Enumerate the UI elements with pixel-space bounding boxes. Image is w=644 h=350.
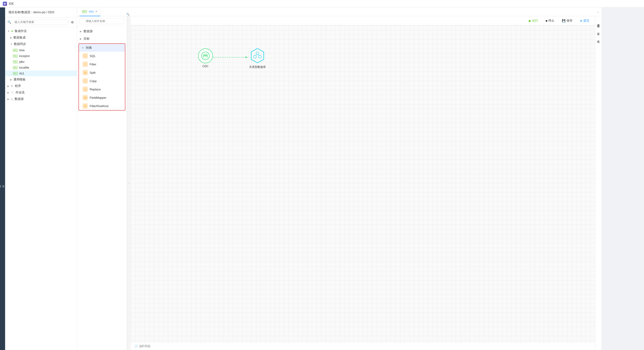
svg-text:C: C [84, 80, 86, 82]
transform-section: 转换 S SQL [78, 43, 125, 111]
component-filter[interactable]: F Filter [79, 60, 125, 68]
copy-icon: C [83, 78, 88, 83]
save-icon: 💾 [562, 19, 566, 22]
arrow-icon [8, 98, 9, 100]
component-list: 数据源 目标 转换 [77, 26, 127, 350]
component-label: FilterRowKind [90, 104, 108, 108]
run-button[interactable]: ▶ 运行 [527, 18, 540, 24]
tree-label: 数据源 [15, 97, 24, 101]
tree-item-datasource[interactable]: ◎ 数据源 [5, 96, 77, 102]
component-sql[interactable]: S SQL [79, 52, 125, 60]
category-transform[interactable]: 转换 [79, 44, 125, 52]
canvas-toolbar: ▶ 运行 ■ 停止 💾 保存 ➤ 提交 [131, 16, 595, 25]
tree-item-general-template[interactable]: 通用模板 [5, 76, 77, 83]
search-input[interactable] [12, 19, 68, 25]
main-area: Rts rts1 ✕ ⌄ 🔍 数据源 [77, 7, 602, 350]
tree-label: 通用模板 [14, 77, 26, 82]
tree-item-rts1[interactable]: Rts rts1 [5, 70, 77, 76]
arrow-icon [82, 47, 84, 49]
left-panel: 项目名称/数据层：demo-prj / ODS 🔍 ⊕ ❖ 集成作业 数据集成 … [5, 7, 77, 350]
component-label: Copy [90, 79, 96, 83]
component-replace[interactable]: R Replace [79, 85, 125, 93]
svg-text:S: S [85, 55, 86, 57]
tree-container: ❖ 集成作业 数据集成 数据同步 Rts hive Rts inceptor [5, 27, 77, 350]
category-label: 目标 [84, 37, 90, 41]
component-split[interactable]: Sp Split [79, 68, 125, 77]
tree-item-integration-jobs[interactable]: ❖ 集成作业 [5, 28, 77, 34]
svg-text:Sp: Sp [84, 72, 86, 74]
tree-item-workflow[interactable]: ⌥ 作业流 [5, 89, 77, 96]
svg-point-24 [256, 52, 259, 55]
tree-label: 数据集成 [14, 35, 26, 40]
rts-badge: Rts [13, 55, 18, 57]
sidebar-item-draft[interactable]: 草稿 [596, 35, 601, 42]
arrow-icon [8, 30, 10, 32]
transform-items: S SQL F Filter [79, 52, 125, 110]
tree-item-program[interactable]: ⚙ 程序 [5, 83, 77, 89]
log-label: 运行日志 [139, 344, 150, 348]
category-target[interactable]: 目标 [77, 35, 127, 42]
cdc-node[interactable]: CDC CDC [198, 48, 213, 68]
panel-toggle[interactable]: ‹ [127, 16, 131, 350]
submit-button[interactable]: ➤ 提交 [578, 18, 591, 24]
project-header: 项目名称/数据层：demo-prj / ODS [5, 7, 77, 17]
tree-label: 作业流 [16, 90, 24, 95]
cdc-node-circle: CDC [198, 48, 213, 63]
tab-close-button[interactable]: ✕ [95, 10, 98, 13]
svg-text:FK: FK [84, 105, 86, 107]
tree-label: localfile [19, 66, 29, 69]
sql-icon: S [83, 53, 88, 58]
datasource-icon: ◎ [11, 97, 13, 101]
relational-db-node[interactable]: 关系型数据库 [249, 47, 266, 69]
component-search-input[interactable] [80, 18, 124, 24]
tree-label: jdbc [19, 60, 25, 63]
tab-rts1[interactable]: Rts rts1 ✕ [80, 7, 100, 16]
arrow-icon [80, 30, 82, 33]
sidebar-item-config[interactable]: 通用配置 [596, 18, 601, 27]
tree-item-jdbc[interactable]: Rts jdbc [5, 59, 77, 65]
replace-icon: R [83, 87, 88, 92]
sidebar-item-version[interactable]: 版本 [596, 27, 601, 35]
tree-label: inceptor [19, 54, 30, 58]
arrow-icon [10, 78, 12, 81]
rts-badge: Rts [13, 72, 18, 75]
rts-badge: Rts [13, 49, 18, 52]
tree-item-data-sync[interactable]: 数据同步 [5, 41, 77, 47]
search-bar: 🔍 ⊕ [5, 17, 77, 27]
connection-arrow [213, 55, 250, 60]
folder-icon: ❖ [11, 30, 13, 32]
workflow-icon: ⌥ [11, 91, 14, 94]
component-copy[interactable]: C Copy [79, 77, 125, 85]
component-filterrowkind[interactable]: FK FilterRowKind [79, 102, 125, 110]
filterrowkind-icon: FK [83, 103, 88, 109]
category-label: 数据源 [84, 29, 93, 33]
canvas-grid[interactable]: CDC CDC [131, 25, 595, 342]
arrow-icon [8, 85, 9, 87]
tree-label: 数据同步 [14, 42, 26, 46]
tree-item-localfile[interactable]: Rts localfile [5, 65, 77, 70]
tab-more-button[interactable]: ⌄ [597, 10, 599, 13]
canvas-inner: CDC CDC [131, 25, 595, 234]
cdc-label: CDC [202, 65, 208, 68]
log-icon: 📄 [134, 345, 138, 348]
tree-item-inceptor[interactable]: Rts inceptor [5, 53, 77, 59]
save-button[interactable]: 💾 保存 [560, 18, 574, 24]
tree-label: 集成作业 [15, 29, 27, 33]
rts-badge: Rts [13, 66, 18, 69]
resource-panel: 资源源 [0, 7, 5, 350]
component-label: FieldMapper [90, 96, 106, 99]
tree-label: hive [19, 48, 25, 52]
component-fieldmapper[interactable]: FM FieldMapper [79, 93, 125, 102]
stop-icon: ■ [546, 19, 548, 22]
add-button[interactable]: ⊕ [70, 20, 74, 24]
tree-item-hive[interactable]: Rts hive [5, 47, 77, 53]
svg-text:F: F [85, 63, 86, 65]
arrow-icon [8, 91, 9, 94]
svg-text:R: R [84, 89, 86, 90]
category-datasource[interactable]: 数据源 [77, 27, 127, 35]
svg-marker-23 [251, 48, 264, 63]
right-sidebar: 通用配置 版本 草稿 [595, 16, 602, 350]
svg-line-28 [258, 55, 260, 55]
stop-button[interactable]: ■ 停止 [544, 18, 556, 24]
tree-item-data-integration[interactable]: 数据集成 [5, 34, 77, 41]
